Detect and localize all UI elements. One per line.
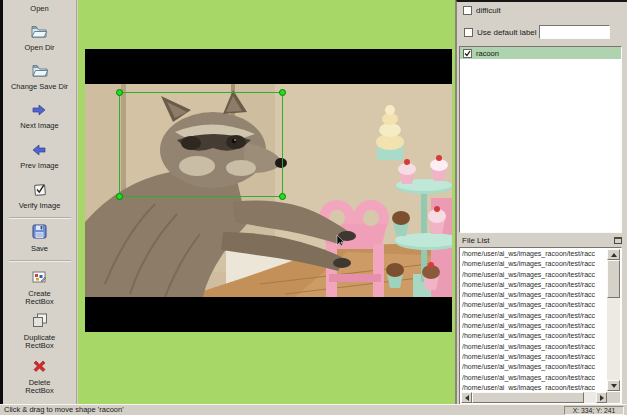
file-list-item[interactable]: /home/user/ai_ws/images_racoon/test/racc	[462, 280, 606, 290]
delete-rectbox-button[interactable]: Delete RectBox	[25, 359, 53, 395]
box-label-list: racoon	[459, 46, 622, 233]
use-default-label-text: Use default label	[477, 28, 537, 37]
create-rectbox-button[interactable]: Create RectBox	[25, 270, 53, 306]
toolbar-separator	[9, 217, 71, 219]
status-bar: Click & drag to move shape 'racoon' X: 3…	[0, 404, 627, 415]
difficult-checkbox[interactable]	[463, 6, 472, 15]
scroll-right-button[interactable]	[596, 392, 607, 403]
open-dir-label: Open Dir	[24, 44, 54, 52]
vertical-scroll-thumb[interactable]	[607, 260, 620, 298]
canvas[interactable]	[78, 0, 456, 404]
triangle-down-icon	[611, 384, 617, 388]
open-label: Open	[30, 5, 48, 13]
change-save-dir-button[interactable]: Change Save Dir	[11, 63, 68, 91]
file-list-horizontal-scrollbar[interactable]	[461, 392, 607, 403]
file-list-item[interactable]: /home/user/ai_ws/images_racoon/test/racc	[462, 373, 606, 383]
file-list-item[interactable]: /home/user/ai_ws/images_racoon/test/racc	[462, 270, 606, 280]
file-list-item[interactable]: /home/user/ai_ws/images_racoon/test/racc	[462, 290, 606, 300]
delete-rectbox-label: Delete RectBox	[25, 379, 53, 395]
file-list-item[interactable]: /home/user/ai_ws/images_racoon/test/racc	[462, 362, 606, 372]
triangle-up-icon	[611, 253, 617, 257]
file-list-item[interactable]: /home/user/ai_ws/images_racoon/test/racc	[462, 352, 606, 362]
horizontal-scroll-thumb[interactable]	[472, 392, 584, 403]
save-label: Save	[31, 245, 48, 253]
dock-float-icon[interactable]	[614, 237, 622, 244]
verify-image-label: Verify Image	[19, 202, 61, 210]
checkbox-icon	[33, 182, 47, 200]
file-list-item[interactable]: /home/user/ai_ws/images_racoon/test/racc	[462, 311, 606, 321]
bounding-box-racoon[interactable]	[119, 92, 283, 197]
toolbar-separator	[9, 260, 71, 262]
file-rows: /home/user/ai_ws/images_racoon/test/racc…	[462, 249, 606, 391]
save-button[interactable]: Save	[31, 224, 48, 253]
file-list-item[interactable]: /home/user/ai_ws/images_racoon/test/racc	[462, 383, 606, 391]
file-list-item[interactable]: /home/user/ai_ws/images_racoon/test/racc	[462, 249, 606, 259]
bbox-handle-top-right[interactable]	[279, 89, 286, 96]
scroll-left-button[interactable]	[461, 392, 472, 403]
difficult-checkbox-row: difficult	[463, 6, 501, 15]
duplicate-rectbox-button[interactable]: Duplicate RectBox	[24, 313, 55, 350]
folder-icon	[32, 63, 48, 81]
file-list-title: File List	[462, 236, 490, 245]
file-list-item[interactable]: /home/user/ai_ws/images_racoon/test/racc	[462, 321, 606, 331]
file-list-dock-title: File List	[457, 233, 627, 247]
open-button[interactable]: Open	[30, 3, 48, 13]
file-list-item[interactable]: /home/user/ai_ws/images_racoon/test/racc	[462, 331, 606, 341]
use-default-label-row: Use default label	[464, 28, 537, 37]
next-image-label: Next Image	[20, 122, 58, 130]
difficult-label: difficult	[476, 6, 501, 15]
prev-image-label: Prev Image	[20, 162, 58, 170]
toolbar: Open Open Dir Change Save Dir	[3, 0, 77, 404]
scroll-up-button[interactable]	[607, 249, 620, 260]
labelimg-window: Open Open Dir Change Save Dir	[0, 0, 627, 415]
change-save-dir-label: Change Save Dir	[11, 83, 68, 91]
file-list-item[interactable]: /home/user/ai_ws/images_racoon/test/racc	[462, 300, 606, 310]
picture-icon	[32, 270, 47, 288]
floppy-icon	[32, 224, 47, 243]
open-dir-button[interactable]: Open Dir	[24, 24, 54, 52]
folder-icon	[31, 24, 47, 42]
file-list-item[interactable]: /home/user/ai_ws/images_racoon/test/racc	[462, 342, 606, 352]
mouse-cursor	[336, 235, 345, 247]
scrollbar-corner	[607, 392, 620, 403]
cursor-coordinates: X: 334; Y: 241	[564, 406, 624, 415]
bbox-handle-bottom-left[interactable]	[116, 193, 123, 200]
bbox-handle-bottom-right[interactable]	[279, 193, 286, 200]
file-list-box: /home/user/ai_ws/images_racoon/test/racc…	[459, 247, 622, 405]
label-list-item-racoon[interactable]: racoon	[460, 47, 621, 59]
next-image-button[interactable]: Next Image	[20, 102, 58, 130]
file-list-vertical-scrollbar[interactable]	[607, 249, 620, 391]
bbox-handle-top-left[interactable]	[116, 89, 123, 96]
label-checkbox-checked[interactable]	[463, 49, 472, 58]
duplicate-rectbox-label: Duplicate RectBox	[24, 334, 55, 350]
right-panel: difficult Use default label racoon File …	[456, 0, 627, 404]
verify-image-button[interactable]: Verify Image	[19, 182, 61, 210]
copy-icon	[32, 313, 48, 332]
status-message: Click & drag to move shape 'racoon'	[4, 405, 124, 415]
prev-image-button[interactable]: Prev Image	[20, 142, 58, 170]
file-list-item[interactable]: /home/user/ai_ws/images_racoon/test/racc	[462, 259, 606, 269]
red-x-icon	[32, 359, 47, 377]
default-label-input[interactable]	[539, 25, 610, 39]
scroll-down-button[interactable]	[607, 380, 620, 391]
create-rectbox-label: Create RectBox	[25, 290, 53, 306]
label-name: racoon	[476, 49, 499, 58]
arrow-left-icon	[32, 142, 46, 160]
use-default-label-checkbox[interactable]	[464, 28, 473, 37]
arrow-right-icon	[32, 102, 46, 120]
triangle-right-icon	[600, 395, 604, 401]
triangle-left-icon	[465, 395, 469, 401]
